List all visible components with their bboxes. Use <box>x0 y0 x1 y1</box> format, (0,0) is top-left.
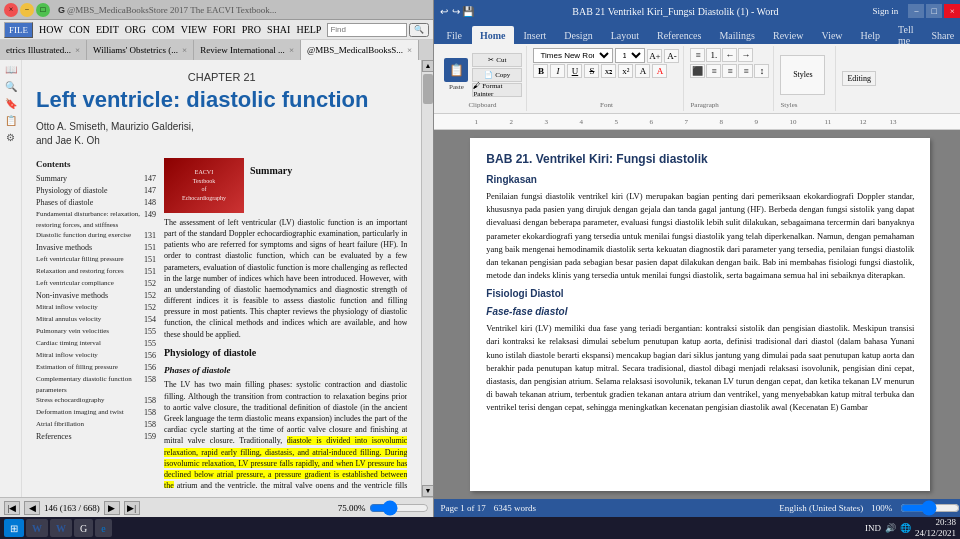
font-color-btn[interactable]: A <box>652 64 667 78</box>
form-menu[interactable]: FORI <box>213 24 236 35</box>
strikethrough-btn[interactable]: S <box>584 64 599 78</box>
tab-references[interactable]: References <box>649 26 709 44</box>
scroll-thumb[interactable] <box>423 74 433 104</box>
ruler-mark-10: 10 <box>789 118 796 126</box>
align-left-btn[interactable]: ⬛ <box>690 64 705 78</box>
bullets-btn[interactable]: ≡ <box>690 48 705 62</box>
chapter-number: CHAPTER 21 <box>36 70 407 85</box>
sidebar-icon-5[interactable]: ⚙ <box>6 132 15 143</box>
tab-mailings[interactable]: Mailings <box>711 26 763 44</box>
word-close-btn[interactable]: × <box>944 4 960 18</box>
format-painter-button[interactable]: 🖌 Format Painter <box>472 83 522 97</box>
indent-more-btn[interactable]: → <box>738 48 753 62</box>
help-menu[interactable]: HELP <box>296 24 321 35</box>
subscript-btn[interactable]: x₂ <box>601 64 616 78</box>
align-center-btn[interactable]: ≡ <box>706 64 721 78</box>
windows-taskbar: ⊞ W W G e IND 🔊 🌐 20:38 24/12/2021 <box>0 517 960 539</box>
com-menu[interactable]: COM <box>152 24 175 35</box>
word-max-btn[interactable]: □ <box>926 4 942 18</box>
sidebar-icon-4[interactable]: 📋 <box>5 115 17 126</box>
italic-btn[interactable]: I <box>550 64 565 78</box>
underline-btn[interactable]: U <box>567 64 582 78</box>
line-spacing-btn[interactable]: ↕ <box>754 64 769 78</box>
font-name-select[interactable]: Times New Roman <box>533 48 613 63</box>
nav-next[interactable]: ▶ <box>104 501 120 515</box>
org-menu[interactable]: ORG <box>125 24 146 35</box>
con-menu[interactable]: CON <box>69 24 90 35</box>
start-button[interactable]: ⊞ <box>4 519 24 537</box>
font-size-select[interactable]: 12 <box>615 48 645 63</box>
editing-label-btn[interactable]: Editing <box>842 71 876 86</box>
toc-item-mitral2: Mitral inflow velocity156 <box>36 350 156 362</box>
cut-button[interactable]: ✂ Cut <box>472 53 522 67</box>
taskbar-app-edge[interactable]: e <box>95 519 111 537</box>
how-menu[interactable]: HOW <box>39 24 63 35</box>
tab-home[interactable]: Home <box>472 26 514 44</box>
tab-review[interactable]: Review <box>765 26 812 44</box>
sidebar-icon-2[interactable]: 🔍 <box>5 81 17 92</box>
close-tab-williams[interactable]: × <box>182 45 187 55</box>
justify-btn[interactable]: ≡ <box>738 64 753 78</box>
tab-file[interactable]: File <box>438 26 470 44</box>
left-max-btn[interactable]: □ <box>36 3 50 17</box>
left-menu-bar: FILE HOW CON EDIT ORG COM VIEW FORI PRO … <box>0 20 433 40</box>
close-tab-review[interactable]: × <box>289 45 294 55</box>
search-button[interactable]: 🔍 <box>409 23 429 37</box>
tab-tell-me[interactable]: Tell me <box>890 26 921 44</box>
toc-title: Contents <box>36 158 156 172</box>
taskbar-app-gbook[interactable]: G <box>74 519 93 537</box>
close-tab-etrics[interactable]: × <box>75 45 80 55</box>
tab-design[interactable]: Design <box>556 26 600 44</box>
zoom-slider[interactable] <box>369 503 429 513</box>
view-menu[interactable]: VIEW <box>181 24 207 35</box>
tab-layout[interactable]: Layout <box>603 26 647 44</box>
styles-preview[interactable]: Styles <box>780 55 825 95</box>
paste-button[interactable]: 📋 Paste <box>442 56 470 93</box>
taskbar-app-word2[interactable]: W <box>50 519 72 537</box>
taskbar-app-word1[interactable]: W <box>26 519 48 537</box>
superscript-btn[interactable]: x² <box>618 64 633 78</box>
edge-icon: e <box>101 523 105 534</box>
search-input[interactable] <box>327 23 407 37</box>
file-menu[interactable]: FILE <box>4 22 33 38</box>
edit-menu[interactable]: EDIT <box>96 24 119 35</box>
tab-help[interactable]: Help <box>853 26 888 44</box>
indent-less-btn[interactable]: ← <box>722 48 737 62</box>
left-close-btn[interactable]: × <box>4 3 18 17</box>
system-tray: IND 🔊 🌐 20:38 24/12/2021 <box>865 517 956 539</box>
tab-review[interactable]: Review International ... × <box>194 40 301 60</box>
toc-item-summary: Summary147 <box>36 173 156 185</box>
toc-item-noninvasive: Non-invasive methods152 <box>36 290 156 302</box>
zoom-slider-word[interactable] <box>900 504 960 512</box>
tab-view[interactable]: View <box>814 26 851 44</box>
tab-share[interactable]: Share <box>923 26 960 44</box>
pro-menu[interactable]: PRO <box>242 24 261 35</box>
nav-prev[interactable]: ◀ <box>24 501 40 515</box>
copy-button[interactable]: 📄 Copy <box>472 68 522 82</box>
tab-williams[interactable]: Williams' Obstetrics (... × <box>87 40 194 60</box>
sidebar-icon-1[interactable]: 📖 <box>5 64 17 75</box>
decrease-font-btn[interactable]: A- <box>664 49 679 63</box>
clear-format-btn[interactable]: A <box>635 64 650 78</box>
align-right-btn[interactable]: ≡ <box>722 64 737 78</box>
numbering-btn[interactable]: 1. <box>706 48 721 62</box>
tab-etrics[interactable]: etrics Illustrated... × <box>0 40 87 60</box>
increase-font-btn[interactable]: A+ <box>647 49 662 63</box>
left-min-btn[interactable]: − <box>20 3 34 17</box>
scroll-down[interactable]: ▼ <box>422 485 434 497</box>
tab-mbs[interactable]: @MBS_MedicalBooksS... × <box>301 40 419 60</box>
toc-item-afib: Atrial fibrillation158 <box>36 419 156 431</box>
scroll-up[interactable]: ▲ <box>422 60 434 72</box>
word-min-btn[interactable]: − <box>908 4 924 18</box>
word-page[interactable]: BAB 21. Ventrikel Kiri: Fungsi diastolik… <box>470 138 930 491</box>
sidebar-icon-3[interactable]: 🔖 <box>5 98 17 109</box>
bold-btn[interactable]: B <box>533 64 548 78</box>
cut-copy-btns: ✂ Cut 📄 Copy 🖌 Format Painter <box>472 53 522 97</box>
nav-first[interactable]: |◀ <box>4 501 20 515</box>
close-tab-mbs[interactable]: × <box>407 45 412 55</box>
toc-item-mitral-annulus: Mitral annulus velocity154 <box>36 314 156 326</box>
nav-last[interactable]: ▶| <box>124 501 140 515</box>
tab-insert[interactable]: Insert <box>516 26 555 44</box>
left-scrollbar[interactable]: ▲ ▼ <box>421 60 433 497</box>
shai-menu[interactable]: SHAI <box>267 24 290 35</box>
